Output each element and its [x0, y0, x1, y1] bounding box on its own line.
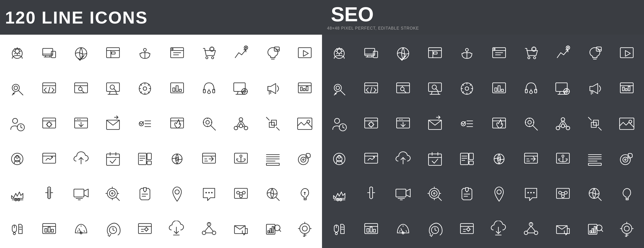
svg-rect-129: [139, 153, 146, 164]
svg-line-203: [84, 231, 85, 231]
svg-line-231: [279, 230, 281, 231]
svg-rect-467: [594, 226, 596, 233]
icon-chart-arrow: [225, 36, 257, 71]
svg-point-416: [533, 192, 535, 193]
svg-line-49: [82, 90, 84, 93]
svg-point-22: [212, 57, 214, 59]
svg-point-413: [497, 190, 501, 194]
svg-point-323: [335, 118, 340, 123]
svg-rect-322: [628, 87, 630, 91]
icon-email-chat: [225, 212, 257, 247]
svg-rect-437: [373, 229, 376, 232]
svg-point-350: [566, 126, 570, 130]
svg-line-86: [21, 127, 22, 128]
svg-rect-134: [147, 161, 151, 164]
svg-point-220: [212, 231, 216, 235]
seo-title: SEO: [331, 4, 419, 25]
svg-rect-3: [51, 51, 56, 58]
d-icon-chart-nodes: [547, 176, 579, 212]
icon-target-person: [1, 141, 33, 176]
icon-cloud-upload: [65, 141, 97, 176]
icon-location-search: [65, 71, 97, 106]
svg-point-192: [13, 232, 15, 235]
svg-line-67: [237, 92, 238, 94]
svg-rect-320: [622, 87, 624, 91]
svg-line-445: [435, 230, 437, 231]
icon-responsive: [33, 36, 65, 71]
svg-rect-301: [501, 89, 503, 92]
svg-point-470: [622, 223, 632, 234]
page-container: 120 LINE ICONS: [0, 0, 644, 248]
svg-point-261: [528, 57, 530, 59]
svg-point-151: [301, 157, 306, 162]
d-icon-rank-list: [451, 106, 483, 141]
svg-rect-229: [272, 226, 274, 233]
svg-rect-252: [434, 52, 437, 54]
svg-rect-399: [396, 189, 406, 197]
d-icon-key-search: [323, 71, 355, 106]
svg-point-174: [175, 190, 179, 194]
svg-point-232: [300, 223, 310, 234]
svg-line-422: [561, 194, 562, 195]
svg-line-166: [116, 197, 120, 200]
svg-rect-228: [270, 229, 272, 233]
d-icon-info-download: [387, 106, 419, 141]
d-icon-person-location: [483, 176, 515, 212]
svg-line-469: [601, 230, 603, 231]
svg-rect-81: [303, 89, 305, 91]
svg-rect-125: [107, 154, 120, 165]
svg-point-471: [624, 226, 629, 231]
d-icon-target-person: [323, 141, 355, 176]
svg-point-260: [494, 49, 495, 50]
icon-gauge-chart: [65, 212, 97, 247]
icon-search-gear: [193, 106, 225, 141]
svg-point-175: [205, 192, 207, 193]
svg-rect-275: [620, 48, 633, 58]
svg-rect-321: [625, 89, 627, 91]
svg-point-177: [211, 192, 213, 193]
svg-rect-373: [469, 153, 473, 160]
svg-rect-197: [45, 229, 47, 232]
svg-point-297: [465, 87, 469, 90]
svg-rect-302: [525, 89, 527, 93]
svg-line-406: [438, 197, 442, 200]
light-icon-grid: [0, 35, 322, 248]
d-icon-link-tag: [579, 106, 611, 141]
main-title: 120 LINE ICONS: [5, 9, 148, 26]
icon-calendar-check: [97, 141, 129, 176]
svg-rect-63: [213, 89, 215, 93]
icon-network-diagram: [193, 212, 225, 247]
icon-dollar-mouse: [1, 212, 33, 247]
svg-point-383: [562, 155, 564, 157]
icon-content-list: [129, 141, 161, 176]
svg-line-221: [205, 226, 209, 231]
svg-marker-276: [625, 51, 630, 56]
svg-rect-50: [107, 83, 120, 92]
svg-point-233: [302, 226, 307, 231]
icon-link-tag: [257, 106, 289, 141]
svg-point-415: [530, 192, 532, 193]
d-icon-send-arrow: [515, 141, 547, 176]
svg-line-440: [400, 231, 400, 231]
svg-rect-377: [524, 153, 537, 163]
svg-point-13: [144, 49, 146, 51]
d-icon-calendar-check: [419, 141, 451, 176]
d-icon-location-search: [387, 71, 419, 106]
icon-cart-settings: [193, 36, 225, 71]
icon-rank-list: [129, 106, 161, 141]
svg-rect-61: [179, 89, 181, 92]
d-icon-email-send: [419, 106, 451, 141]
svg-rect-290: [429, 83, 442, 92]
icon-web-list: [161, 36, 193, 71]
svg-point-279: [336, 86, 339, 90]
d-icon-web-speed: [355, 141, 387, 176]
d-icon-cart-settings: [515, 36, 547, 71]
icon-video-content: [65, 176, 97, 212]
icon-text-list: [257, 141, 289, 176]
svg-point-253: [466, 49, 468, 51]
svg-line-183: [239, 194, 240, 195]
svg-rect-66: [234, 83, 245, 92]
svg-rect-303: [535, 89, 537, 93]
icon-target-idea: [289, 141, 321, 176]
d-icon-cloud-download: [483, 212, 515, 247]
